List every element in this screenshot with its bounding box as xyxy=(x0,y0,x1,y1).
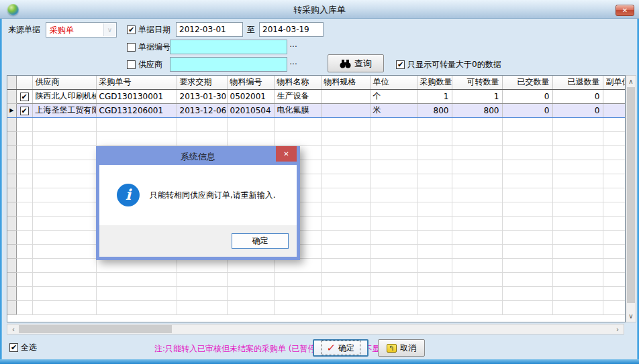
cell-po-number[interactable]: CGD131206001 xyxy=(96,103,177,117)
select-all-checkbox[interactable]: ✔ xyxy=(9,343,18,352)
close-button[interactable]: ✕ xyxy=(616,5,634,16)
empty-row xyxy=(7,286,626,300)
cell-item-no[interactable]: 02010504 xyxy=(227,103,274,117)
cell-delivered-qty[interactable]: 0 xyxy=(502,89,552,103)
row-checkbox[interactable]: ✔ xyxy=(20,107,29,115)
only-positive-checkbox[interactable]: ✔ xyxy=(396,60,405,69)
horizontal-scrollbar-thumb[interactable] xyxy=(19,325,172,333)
col-delivered-qty[interactable]: 已交数量 xyxy=(502,76,552,89)
empty-cell xyxy=(321,160,370,174)
cell-unit[interactable]: 米 xyxy=(370,103,417,117)
col-item-no[interactable]: 物料编号 xyxy=(227,76,274,89)
scroll-up-icon[interactable]: ∧ xyxy=(626,78,636,85)
empty-cell xyxy=(603,272,626,286)
empty-cell xyxy=(177,258,227,272)
cancel-button[interactable]: ↰ 取消 xyxy=(378,339,425,357)
confirm-button[interactable]: ✓ 确定 xyxy=(313,339,368,357)
empty-cell xyxy=(274,286,321,300)
col-due-date[interactable]: 要求交期 xyxy=(177,76,227,89)
horizontal-scrollbar[interactable]: ‹ › xyxy=(7,324,624,335)
cell-returned-qty[interactable]: 0 xyxy=(552,89,603,103)
cell-supplier[interactable]: 上海圣堡工贸有限 xyxy=(32,103,96,117)
empty-cell xyxy=(552,131,603,145)
empty-cell xyxy=(177,117,227,131)
row-checkbox[interactable]: ✔ xyxy=(20,93,29,101)
cell-purchase-qty[interactable]: 1 xyxy=(417,89,452,103)
empty-cell xyxy=(552,258,603,272)
scroll-right-icon[interactable]: › xyxy=(613,325,622,334)
cell-purchase-qty[interactable]: 800 xyxy=(417,103,452,117)
cell-due-date[interactable]: 2013-12-06 xyxy=(177,103,227,117)
modal-ok-button[interactable]: 确定 xyxy=(232,233,289,249)
chevron-down-icon[interactable]: ∨ xyxy=(103,23,115,36)
row-selector xyxy=(7,230,16,244)
cell-item-name[interactable]: 生产设备 xyxy=(274,89,321,103)
cell-item-spec[interactable] xyxy=(321,103,370,117)
col-item-name[interactable]: 物料名称 xyxy=(274,76,321,89)
supplier-input[interactable] xyxy=(170,57,287,72)
empty-cell xyxy=(321,188,370,202)
docno-browse-button[interactable]: ... xyxy=(289,40,298,54)
row-selector-current[interactable]: ▶ xyxy=(7,103,16,117)
row-checkbox-cell[interactable]: ✔ xyxy=(16,89,32,103)
table-row-selected[interactable]: ▶ ✔ 上海圣堡工贸有限 CGD131206001 2013-12-06 020… xyxy=(7,103,626,117)
cell-returned-qty[interactable]: 0 xyxy=(552,103,603,117)
col-unit[interactable]: 单位 xyxy=(370,76,417,89)
date-from-input[interactable]: 2012-03-01 xyxy=(176,22,243,37)
empty-cell xyxy=(321,272,370,286)
vertical-scrollbar[interactable]: ∧ ∨ xyxy=(626,75,636,322)
row-checkbox-cell[interactable]: ✔ xyxy=(16,103,32,117)
col-purchase-qty[interactable]: 采购数量 xyxy=(417,76,452,89)
cell-unit[interactable]: 个 xyxy=(370,89,417,103)
date-to-input[interactable]: 2014-03-19 xyxy=(259,22,324,37)
col-po-number[interactable]: 采购单号 xyxy=(96,76,177,89)
cell-delivered-qty[interactable]: 0 xyxy=(502,103,552,117)
scroll-down-icon[interactable]: ∨ xyxy=(626,312,636,320)
row-selector xyxy=(7,244,16,258)
empty-row xyxy=(7,300,626,314)
cell-item-no[interactable]: 0502001 xyxy=(227,89,274,103)
col-transferable-qty[interactable]: 可转数量 xyxy=(452,76,502,89)
col-item-spec[interactable]: 物料规格 xyxy=(321,76,370,89)
cell-transferable-qty[interactable]: 800 xyxy=(452,103,502,117)
empty-cell xyxy=(16,174,32,188)
empty-cell xyxy=(177,272,227,286)
system-message-dialog: 系统信息 ✕ i 只能转相同供应商订单,请重新输入. 确定 xyxy=(96,146,300,260)
source-doc-select[interactable]: 采购单 ∨ xyxy=(46,22,117,38)
cell-transferable-qty[interactable]: 1 xyxy=(452,89,502,103)
empty-cell xyxy=(32,131,96,145)
docno-filter-checkbox[interactable] xyxy=(127,43,136,52)
empty-cell xyxy=(452,117,502,131)
col-returned-qty[interactable]: 已退数量 xyxy=(552,76,603,89)
cell-alt-unit[interactable] xyxy=(603,89,626,103)
col-supplier[interactable]: 供应商 xyxy=(32,76,96,89)
vertical-scrollbar-thumb[interactable] xyxy=(627,87,635,303)
empty-cell xyxy=(227,131,274,145)
cell-due-date[interactable]: 2013-01-30 xyxy=(177,89,227,103)
empty-cell xyxy=(321,145,370,160)
docno-filter-label: 单据编号 xyxy=(138,40,170,54)
modal-footer: 确定 xyxy=(99,225,297,257)
scroll-left-icon[interactable]: ‹ xyxy=(9,325,17,334)
table-row[interactable]: ✔ 陕西北人印刷机械 CGD130130001 2013-01-30 05020… xyxy=(7,89,626,103)
modal-close-button[interactable]: ✕ xyxy=(276,146,297,162)
cell-item-name[interactable]: 电化氟膜 xyxy=(274,103,321,117)
empty-cell xyxy=(16,286,32,300)
modal-body: i 只能转相同供应商订单,请重新输入. 确定 xyxy=(99,165,297,257)
supplier-filter-checkbox[interactable] xyxy=(127,60,136,69)
empty-cell xyxy=(96,258,177,272)
col-alt-unit[interactable]: 副单位 xyxy=(603,76,626,89)
cell-item-spec[interactable] xyxy=(321,89,370,103)
cell-alt-unit[interactable] xyxy=(603,103,626,117)
row-selector[interactable] xyxy=(7,89,16,103)
row-selector xyxy=(7,272,16,286)
col-check xyxy=(16,76,32,89)
docno-input[interactable] xyxy=(170,40,287,54)
modal-message: 只能转相同供应商订单,请重新输入. xyxy=(150,190,276,201)
date-filter-checkbox[interactable]: ✔ xyxy=(127,25,136,34)
cell-supplier[interactable]: 陕西北人印刷机械 xyxy=(32,89,96,103)
supplier-browse-button[interactable]: ... xyxy=(289,57,298,72)
query-button[interactable]: 查询 xyxy=(328,54,384,72)
source-doc-value: 采购单 xyxy=(50,25,74,36)
cell-po-number[interactable]: CGD130130001 xyxy=(96,89,177,103)
